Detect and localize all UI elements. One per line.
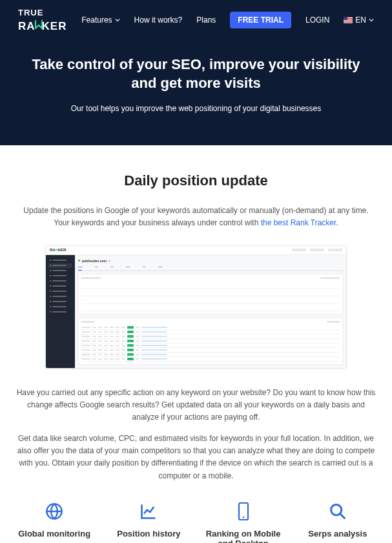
top-nav: TRUE RAKER Features How it works? Plans … [0, 0, 392, 40]
sidebar-item [48, 294, 72, 299]
sidebar-item [48, 279, 72, 283]
nav-features[interactable]: Features [81, 15, 119, 25]
feature-title: Position history [107, 529, 190, 543]
dash-tab: ━━━ [126, 265, 130, 271]
nav-login[interactable]: LOGIN [305, 15, 329, 25]
feature-global-monitoring: Global monitoring Monitor your positions… [13, 500, 96, 543]
dash-chart-card [78, 274, 343, 314]
dash-sidebar [46, 255, 75, 368]
svg-point-2 [242, 517, 244, 518]
free-trial-button[interactable]: FREE TRIAL [230, 12, 291, 28]
language-label: EN [355, 15, 366, 25]
logo-n-arrow-icon [34, 19, 43, 32]
features-row: Global monitoring Monitor your positions… [13, 500, 379, 543]
globe-icon [13, 500, 96, 522]
site-status-icon [78, 260, 80, 261]
sidebar-item [48, 289, 72, 294]
dash-logo: RANKER [50, 248, 67, 252]
nav-login-label: LOGIN [305, 15, 329, 25]
free-trial-label: FREE TRIAL [238, 15, 284, 25]
sidebar-item [48, 269, 72, 273]
us-flag-icon [344, 17, 353, 23]
chevron-down-icon [369, 17, 374, 23]
dash-header-right [292, 249, 342, 251]
sidebar-item [48, 305, 72, 309]
feature-title: Ranking on Mobile and Desktop [202, 529, 285, 543]
nav-how-label: How it works? [134, 15, 183, 25]
sidebar-item [48, 284, 72, 289]
chevron-down-icon [115, 17, 120, 23]
table-row [81, 339, 340, 343]
dash-tab: ━━ [143, 265, 145, 271]
section-paragraph-1: Have you carried out any specific action… [15, 387, 377, 424]
sidebar-item [48, 258, 72, 263]
logo-line2a: RA [18, 20, 36, 32]
language-selector[interactable]: EN [344, 15, 374, 25]
dash-chart-header [81, 277, 340, 279]
nav-links: Features How it works? Plans FREE TRIAL … [81, 12, 374, 28]
dash-tab: ━━ [95, 265, 98, 271]
logo[interactable]: TRUE RAKER [18, 9, 67, 31]
dashboard-screenshot: RANKER [45, 245, 347, 369]
table-row [81, 353, 340, 357]
feature-title: Serps analysis [296, 529, 379, 543]
dash-breadcrumb: publisuites.com ● [78, 258, 343, 263]
section-intro-text-2: . [336, 218, 338, 227]
dash-table-header [81, 321, 340, 323]
dash-site-name: publisuites.com [82, 259, 107, 263]
dash-tab: ━━━ [158, 265, 162, 271]
table-row [81, 343, 340, 348]
nav-features-label: Features [81, 15, 112, 25]
hero-subtitle: Our tool helps you improve the web posit… [19, 104, 373, 113]
dash-bar-chart [81, 282, 340, 311]
dash-table-card [78, 318, 343, 365]
table-row [81, 330, 340, 334]
table-row [81, 334, 340, 339]
sidebar-item [48, 300, 72, 304]
search-icon [296, 500, 379, 522]
feature-position-history: Position history Analyze the evolution o… [107, 500, 190, 543]
main-content: Daily position update Update the positio… [0, 145, 392, 543]
dash-tab: ━━ [110, 265, 113, 271]
feature-serps-analysis: Serps analysis Discover the elements tha… [296, 500, 379, 543]
table-row [81, 348, 340, 353]
line-chart-icon [107, 500, 190, 522]
hero-section: TRUE RAKER Features How it works? Plans … [0, 0, 392, 145]
nav-how-it-works[interactable]: How it works? [134, 15, 183, 25]
dash-body: publisuites.com ● ━━━ ━━ ━━ ━━━ ━━ ━━━ [46, 255, 346, 368]
feature-title: Global monitoring [13, 529, 96, 543]
sidebar-item [48, 310, 72, 314]
table-row [81, 357, 340, 362]
dash-tabs: ━━━ ━━ ━━ ━━━ ━━ ━━━ [78, 265, 343, 271]
table-row [81, 325, 340, 330]
hero-title: Take control of your SEO, improve your v… [19, 56, 373, 92]
dash-tab: ━━━ [78, 265, 82, 271]
dash-header-item [292, 249, 306, 251]
section-title: Daily position update [13, 172, 379, 189]
logo-line2b: KER [42, 20, 67, 32]
mobile-icon [202, 500, 285, 522]
nav-plans[interactable]: Plans [196, 15, 216, 25]
logo-line1: TRUE [18, 9, 67, 17]
dash-header-item [310, 249, 324, 251]
dash-header: RANKER [46, 246, 346, 255]
sidebar-item [48, 274, 72, 278]
sidebar-item [48, 263, 72, 268]
rank-tracker-link[interactable]: the best Rank Tracker [261, 218, 336, 227]
dash-content: publisuites.com ● ━━━ ━━ ━━ ━━━ ━━ ━━━ [75, 255, 346, 368]
dash-header-item [328, 249, 342, 251]
section-paragraph-2: Get data like search volume, CPC, and es… [15, 433, 377, 482]
nav-plans-label: Plans [196, 15, 216, 25]
section-intro: Update the positions in Google of your k… [17, 205, 375, 229]
feature-mobile-desktop: Ranking on Mobile and Desktop Differenti… [202, 500, 285, 543]
